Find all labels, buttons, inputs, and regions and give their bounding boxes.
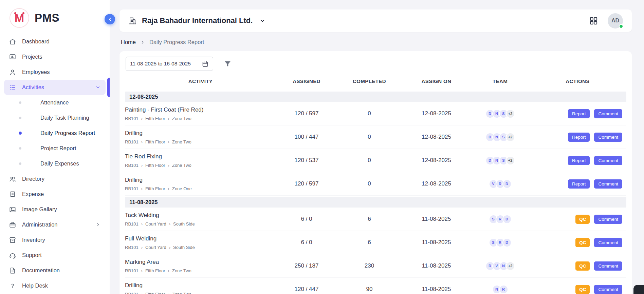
sidebar-item-image-gallary[interactable]: Image Gallary (4, 202, 106, 217)
sidebar-collapse-button[interactable] (105, 14, 115, 24)
path-segment: Zone Two (172, 116, 191, 121)
sidebar-subitem-project-report[interactable]: Project Report (4, 141, 106, 156)
chevron-right-icon: › (168, 163, 169, 168)
activity-name: Marking Area (125, 259, 276, 266)
building-icon (128, 17, 137, 25)
chevron-right-icon: › (141, 116, 143, 121)
activity-location-path: RB101›Fifth Floor›Zone Two (125, 116, 276, 121)
report-toolbar: 11-08-2025 to 16-08-2025 (125, 56, 626, 71)
row-actions: ReportComment (529, 156, 626, 165)
sidebar-item-documentation[interactable]: Documentation (4, 263, 106, 278)
report-button[interactable]: Report (568, 109, 590, 118)
report-button[interactable]: Report (568, 156, 590, 165)
sidebar-item-administration[interactable]: Administration (4, 217, 106, 232)
assigned-value: 6 / 0 (276, 239, 337, 246)
chevron-left-icon (107, 17, 113, 22)
team-member-avatar[interactable]: D (502, 179, 512, 189)
chevron-down-icon (95, 84, 101, 90)
sidebar-item-employees[interactable]: Employees (4, 64, 106, 80)
qc-button[interactable]: QC (575, 238, 590, 247)
support-icon (9, 252, 16, 259)
team-avatars: DNS+2 (471, 133, 529, 142)
column-header-actions: ACTIONS (529, 78, 626, 84)
row-actions: QCComment (529, 261, 626, 271)
floating-corner-button[interactable] (633, 285, 644, 294)
team-extra-count[interactable]: +2 (506, 261, 515, 271)
team-member-avatar[interactable]: D (502, 238, 512, 247)
activity-cell: Tack WeldingRB101›Court Yard›South Side (125, 212, 276, 227)
table-body: 12-08-2025Painting - First Coat (Fire Re… (125, 92, 626, 294)
path-segment: Fifth Floor (145, 163, 165, 168)
chevron-right-icon (140, 40, 145, 45)
sidebar-item-directory[interactable]: Directory (4, 171, 106, 187)
qc-button[interactable]: QC (575, 215, 590, 224)
row-actions: QCComment (529, 285, 626, 294)
sidebar-subitem-daily-progress-report[interactable]: Daily Progress Report (4, 125, 106, 141)
assign-on-date: 12-08-2025 (402, 157, 471, 164)
date-range-input[interactable]: 11-08-2025 to 16-08-2025 (126, 57, 213, 71)
comment-button[interactable]: Comment (594, 215, 622, 224)
path-segment: Zone Two (172, 268, 191, 273)
breadcrumb-home[interactable]: Home (121, 39, 136, 45)
user-avatar[interactable]: AD (608, 13, 623, 28)
qc-button[interactable]: QC (575, 285, 590, 294)
sidebar-item-help-desk[interactable]: Help Desk (4, 278, 106, 293)
activity-cell: DrillingRB101›Fifth Floor›Zone Two (125, 282, 276, 294)
path-segment: RB101 (125, 245, 139, 250)
grid-icon (589, 16, 598, 25)
team-extra-count[interactable]: +2 (506, 109, 515, 118)
comment-button[interactable]: Comment (594, 133, 622, 142)
sidebar-item-label: Help Desk (22, 282, 48, 289)
sidebar-item-activities[interactable]: Activities (4, 80, 106, 95)
sidebar-item-expense[interactable]: Expense (4, 187, 106, 202)
completed-value: 6 (337, 239, 402, 246)
topbar: Raja Bahadur International Ltd. AD (119, 9, 632, 32)
avatar-initials: AD (611, 18, 619, 24)
activity-location-path: RB101›Court Yard›South Side (125, 245, 276, 250)
sidebar-item-projects[interactable]: Projects (4, 49, 106, 64)
report-button[interactable]: Report (568, 133, 590, 142)
table-row: Marking AreaRB101›Fifth Floor›Zone Two25… (125, 254, 626, 278)
table-row: Full WeldingRB101›Court Yard›South Side6… (125, 231, 626, 254)
sidebar-subitem-daily-task-planning[interactable]: Daily Task Planning (4, 110, 106, 125)
chevron-right-icon: › (168, 116, 169, 121)
team-avatars: SRD (471, 238, 529, 247)
comment-button[interactable]: Comment (594, 285, 622, 294)
bullet-icon (19, 101, 21, 104)
team-member-avatar[interactable]: D (502, 215, 512, 224)
filter-button[interactable] (223, 60, 232, 68)
breadcrumb-current: Daily Progress Report (149, 39, 204, 45)
comment-button[interactable]: Comment (594, 238, 622, 247)
sidebar-item-label: Image Gallary (22, 206, 57, 213)
report-button[interactable]: Report (568, 179, 590, 189)
directory-icon (9, 175, 16, 183)
sidebar-item-label: Employees (22, 69, 50, 75)
path-segment: South Side (173, 245, 195, 250)
company-selector[interactable]: Raja Bahadur International Ltd. (128, 16, 266, 25)
team-member-avatar[interactable]: R (499, 285, 508, 294)
sidebar-item-label: Inventory (22, 237, 45, 243)
activities-icon (9, 84, 16, 91)
sidebar-item-label: Support (22, 252, 42, 258)
sidebar-item-dashboard[interactable]: Dashboard (4, 34, 106, 49)
comment-button[interactable]: Comment (594, 156, 622, 165)
sidebar-item-support[interactable]: Support (4, 248, 106, 263)
comment-button[interactable]: Comment (594, 261, 622, 271)
activity-location-path: RB101›Fifth Floor›Zone Two (125, 292, 276, 294)
assigned-value: 6 / 0 (276, 216, 337, 222)
column-header-activity: ACTIVITY (125, 78, 276, 84)
comment-button[interactable]: Comment (594, 109, 622, 118)
table-row: Tack WeldingRB101›Court Yard›South Side6… (125, 208, 626, 231)
assign-on-date: 12-08-2025 (402, 134, 471, 140)
active-nav-indicator (107, 78, 110, 97)
sidebar-subitem-attendance[interactable]: Attendance (4, 95, 106, 110)
assign-on-date: 12-08-2025 (402, 110, 471, 117)
team-extra-count[interactable]: +2 (506, 156, 515, 165)
apps-grid-button[interactable] (589, 16, 598, 25)
bullet-icon (19, 162, 21, 165)
sidebar-item-inventory[interactable]: Inventory (4, 232, 106, 248)
qc-button[interactable]: QC (575, 261, 590, 271)
comment-button[interactable]: Comment (594, 179, 622, 189)
sidebar-subitem-daily-expenses[interactable]: Daily Expenses (4, 156, 106, 171)
team-extra-count[interactable]: +2 (506, 133, 515, 142)
